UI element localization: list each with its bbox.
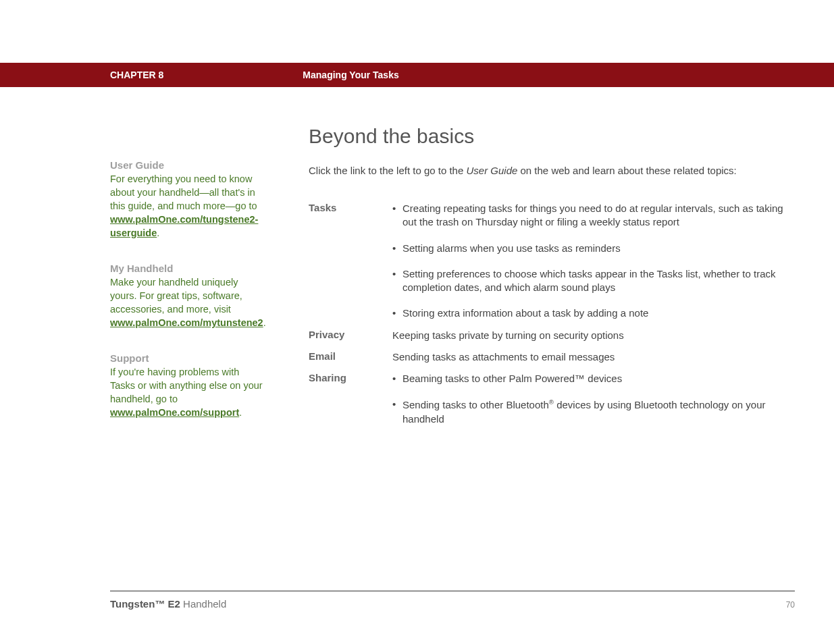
sidebar-text-after: .	[157, 227, 159, 238]
sidebar-text-after: .	[263, 317, 266, 328]
page-title: Beyond the basics	[309, 125, 783, 148]
topic-text: Keeping tasks private by turning on secu…	[392, 329, 783, 342]
list-item: Sending tasks to other Bluetooth® device…	[392, 398, 783, 426]
sidebar-text: If you're having problems with Tasks or …	[110, 365, 265, 419]
list-item: Setting preferences to choose which task…	[392, 267, 783, 295]
sidebar-heading: My Handheld	[110, 263, 265, 274]
footer-page-number: 70	[786, 600, 795, 610]
topic-row: TasksCreating repeating tasks for things…	[309, 202, 783, 329]
sidebar-text: For everything you need to know about yo…	[110, 172, 265, 240]
topic-text: Sending tasks as attachments to email me…	[392, 350, 783, 364]
topic-row: EmailSending tasks as attachments to ema…	[309, 350, 783, 372]
topic-label: Email	[309, 350, 392, 372]
list-item: Creating repeating tasks for things you …	[392, 202, 783, 230]
footer-product-bold: Tungsten™ E2	[110, 598, 180, 610]
sidebar-heading: User Guide	[110, 159, 265, 171]
topic-content: Creating repeating tasks for things you …	[392, 202, 783, 329]
topic-label: Tasks	[309, 202, 392, 329]
intro-before: Click the link to the left to go to the	[309, 165, 466, 176]
main-content: Beyond the basics Click the link to the …	[309, 125, 783, 434]
sidebar-text-before: For everything you need to know about yo…	[110, 173, 257, 211]
sidebar-text: Make your handheld uniquely yours. For g…	[110, 275, 265, 329]
intro-paragraph: Click the link to the left to go to the …	[309, 165, 783, 176]
document-footer: Tungsten™ E2 Handheld 70	[110, 591, 795, 610]
topic-list: Beaming tasks to other Palm Powered™ dev…	[392, 372, 783, 426]
footer-product-rest: Handheld	[180, 598, 226, 610]
list-item: Setting alarms when you use tasks as rem…	[392, 242, 783, 255]
sidebar-text-after: .	[239, 407, 242, 418]
list-item: Storing extra information about a task b…	[392, 306, 783, 320]
topic-content: Keeping tasks private by turning on secu…	[392, 329, 783, 350]
topic-label: Sharing	[309, 372, 392, 434]
sidebar-link-myhandheld[interactable]: www.palmOne.com/mytunstene2	[110, 317, 263, 328]
sidebar-heading: Support	[110, 352, 265, 364]
chapter-label: CHAPTER 8	[110, 70, 163, 80]
document-header: CHAPTER 8 Managing Your Tasks	[0, 63, 834, 87]
list-item: Beaming tasks to other Palm Powered™ dev…	[392, 372, 783, 385]
sidebar-section-myhandheld: My Handheld Make your handheld uniquely …	[110, 263, 265, 329]
sidebar-text-before: Make your handheld uniquely yours. For g…	[110, 277, 242, 315]
sidebar-section-support: Support If you're having problems with T…	[110, 352, 265, 419]
topic-list: Creating repeating tasks for things you …	[392, 202, 783, 321]
intro-italic: User Guide	[466, 165, 517, 176]
chapter-title: Managing Your Tasks	[303, 70, 398, 80]
sidebar: User Guide For everything you need to kn…	[110, 159, 265, 442]
sidebar-link-support[interactable]: www.palmOne.com/support	[110, 407, 239, 418]
topic-content: Beaming tasks to other Palm Powered™ dev…	[392, 372, 783, 434]
topic-row: PrivacyKeeping tasks private by turning …	[309, 329, 783, 350]
sidebar-section-userguide: User Guide For everything you need to kn…	[110, 159, 265, 240]
topic-row: SharingBeaming tasks to other Palm Power…	[309, 372, 783, 434]
topics-table: TasksCreating repeating tasks for things…	[309, 202, 783, 434]
sidebar-link-userguide[interactable]: www.palmOne.com/tungstene2-userguide	[110, 214, 258, 238]
intro-after: on the web and learn about these related…	[517, 165, 736, 176]
topic-content: Sending tasks as attachments to email me…	[392, 350, 783, 372]
sidebar-text-before: If you're having problems with Tasks or …	[110, 367, 263, 404]
topic-label: Privacy	[309, 329, 392, 350]
footer-product: Tungsten™ E2 Handheld	[110, 598, 226, 610]
